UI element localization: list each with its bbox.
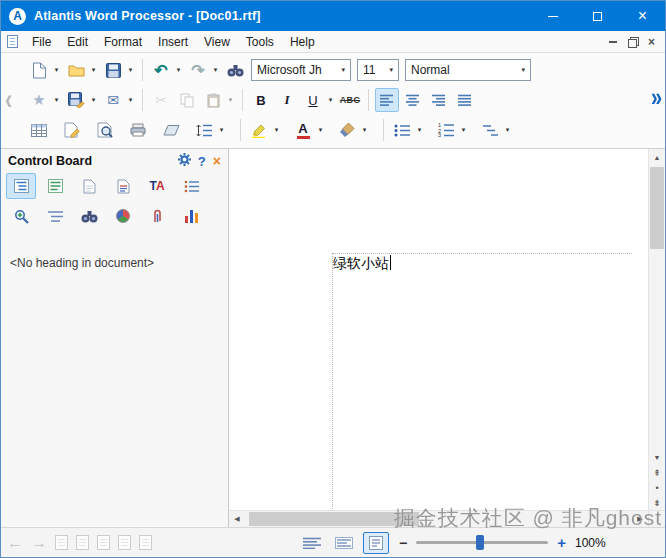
jump-prev-page-button[interactable] [97, 535, 110, 550]
menu-item-file[interactable]: File [24, 33, 59, 51]
mdi-restore-button[interactable] [628, 37, 637, 46]
copy-button[interactable] [175, 88, 199, 112]
close-button[interactable]: × [620, 1, 665, 31]
redo-dropdown[interactable] [210, 58, 221, 82]
font-name-select[interactable]: Microsoft Jh ▾ [251, 59, 351, 81]
control-board-settings-button[interactable] [178, 153, 191, 169]
undo-button[interactable]: ↶ [149, 58, 173, 82]
line-spacing-dropdown[interactable] [216, 118, 227, 142]
multilevel-list-dropdown[interactable] [502, 118, 513, 142]
styles-tab[interactable]: TA [142, 173, 172, 199]
statistics-tab[interactable] [176, 203, 206, 229]
scroll-left-button[interactable]: ◀ [229, 511, 245, 527]
font-color-button[interactable]: A [291, 118, 315, 142]
paste-button[interactable] [201, 88, 225, 112]
italic-button[interactable]: I [275, 88, 299, 112]
new-document-button[interactable] [27, 58, 51, 82]
paste-dropdown[interactable] [225, 88, 236, 112]
toolbar-overflow-left-chevron[interactable]: ‹ [5, 86, 12, 115]
clips-tab[interactable] [142, 203, 172, 229]
open-document-dropdown[interactable] [88, 58, 99, 82]
open-document-button[interactable] [64, 58, 88, 82]
vertical-scrollbar[interactable]: ▲ ▼ ⇞ • ⇟ [648, 149, 665, 510]
table-button[interactable] [27, 118, 51, 142]
favorites-dropdown[interactable] [51, 88, 62, 112]
redo-button[interactable]: ↷ [186, 58, 210, 82]
horizontal-scrollbar-thumb[interactable] [249, 512, 419, 526]
zoom-slider-thumb[interactable] [476, 535, 484, 550]
zoom-out-button[interactable]: − [399, 535, 407, 551]
save-button[interactable] [101, 58, 125, 82]
compose-page-button[interactable] [60, 118, 84, 142]
headings-tab[interactable] [6, 173, 36, 199]
style-select[interactable]: Normal ▾ [405, 59, 531, 81]
print-button[interactable] [126, 118, 150, 142]
jump-bookmark-button[interactable] [139, 535, 152, 550]
menu-item-format[interactable]: Format [96, 33, 150, 51]
align-right-button[interactable] [427, 88, 451, 112]
numbered-list-button[interactable]: 123 [434, 118, 458, 142]
tools-tab[interactable] [108, 203, 138, 229]
page-layout-view-button[interactable] [363, 532, 389, 554]
save-dropdown[interactable] [125, 58, 136, 82]
justify-button[interactable] [453, 88, 477, 112]
menu-item-edit[interactable]: Edit [59, 33, 96, 51]
find-button[interactable] [223, 58, 247, 82]
documents-tab[interactable] [74, 173, 104, 199]
select-browse-object-button[interactable]: • [649, 480, 665, 495]
align-left-button[interactable] [375, 88, 399, 112]
font-color-dropdown[interactable] [315, 118, 326, 142]
bullet-list-dropdown[interactable] [414, 118, 425, 142]
search-tab[interactable] [74, 203, 104, 229]
mdi-minimize-button[interactable] [609, 41, 617, 43]
highlighter-dropdown[interactable] [271, 118, 282, 142]
web-view-button[interactable] [331, 532, 357, 554]
control-board-help-button[interactable]: ? [198, 154, 206, 169]
control-board-close-button[interactable]: × [213, 154, 221, 168]
new-document-dropdown[interactable] [51, 58, 62, 82]
format-painter-button[interactable] [335, 118, 359, 142]
next-page-button[interactable]: ⇟ [649, 495, 665, 510]
numbered-list-dropdown[interactable] [458, 118, 469, 142]
zoom-tab[interactable] [6, 203, 36, 229]
cut-button[interactable]: ✂ [149, 88, 173, 112]
bullet-list-button[interactable] [390, 118, 414, 142]
minimize-button[interactable] [530, 1, 575, 31]
zoom-slider[interactable] [416, 541, 548, 544]
zoom-in-button[interactable]: + [557, 534, 566, 551]
menu-item-tools[interactable]: Tools [238, 33, 282, 51]
previous-page-button[interactable]: ⇞ [649, 465, 665, 480]
document-canvas[interactable]: 绿软小站 [229, 149, 648, 510]
notes-tab[interactable] [108, 173, 138, 199]
multilevel-list-button[interactable] [478, 118, 502, 142]
jump-next-edit-button[interactable] [76, 535, 89, 550]
favorites-button[interactable]: ★ [27, 88, 51, 112]
nav-forward-button[interactable]: → [31, 534, 47, 552]
menu-item-insert[interactable]: Insert [150, 33, 196, 51]
save-as-button[interactable] [64, 88, 88, 112]
nav-back-button[interactable]: ← [7, 534, 23, 552]
menu-item-help[interactable]: Help [282, 33, 323, 51]
menu-item-view[interactable]: View [196, 33, 238, 51]
underline-button[interactable]: U [301, 88, 325, 112]
underline-dropdown[interactable] [325, 88, 336, 112]
email-dropdown[interactable] [125, 88, 136, 112]
draft-view-button[interactable] [299, 532, 325, 554]
toolbar-overflow-right-chevron[interactable]: » [651, 84, 662, 110]
toc-tab[interactable] [40, 203, 70, 229]
horizontal-scrollbar[interactable]: ◀ ▶ [229, 510, 648, 527]
format-painter-dropdown[interactable] [359, 118, 370, 142]
outline-tab[interactable] [176, 173, 206, 199]
highlighter-button[interactable] [247, 118, 271, 142]
eraser-button[interactable] [159, 118, 183, 142]
bold-button[interactable]: B [249, 88, 273, 112]
strikethrough-button[interactable]: ABC [338, 88, 362, 112]
scroll-right-button[interactable]: ▶ [632, 511, 648, 527]
scroll-up-button[interactable]: ▲ [649, 149, 665, 165]
line-spacing-button[interactable] [192, 118, 216, 142]
document-menu-icon[interactable] [7, 35, 18, 48]
align-center-button[interactable] [401, 88, 425, 112]
scroll-down-button[interactable]: ▼ [649, 449, 665, 465]
save-as-dropdown[interactable] [88, 88, 99, 112]
jump-next-page-button[interactable] [118, 535, 131, 550]
